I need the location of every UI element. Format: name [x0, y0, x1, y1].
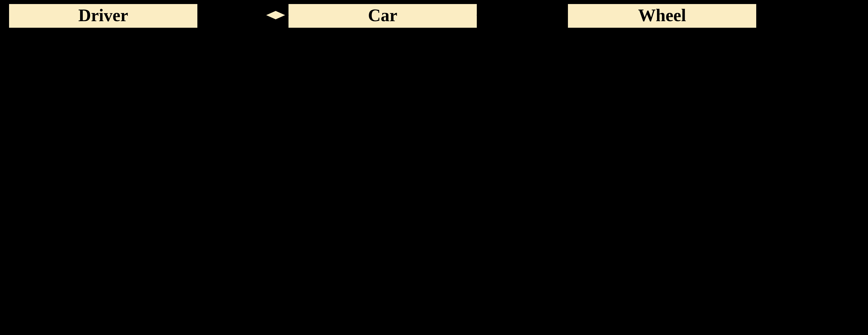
multiplicity-driver-side: 1: [202, 18, 209, 34]
class-header-driver: Driver: [9, 4, 197, 29]
multiplicity-wheel-side: 4: [556, 18, 563, 34]
class-header-car: Car: [288, 4, 477, 29]
class-box-car: Car: [287, 2, 478, 144]
multiplicity-car-right-side: 1: [481, 18, 488, 34]
class-box-wheel: Wheel: [566, 2, 758, 144]
class-body-car: [288, 29, 477, 144]
class-box-driver: Driver: [7, 2, 199, 144]
class-body-wheel: [568, 29, 756, 144]
class-body-driver: [9, 29, 197, 144]
multiplicity-car-left-side: 1: [277, 18, 284, 34]
connector-driver-car: [199, 7, 287, 23]
uml-diagram-stage: Driver Car Wheel 1 1 1 4: [0, 0, 868, 335]
connector-car-wheel: [478, 7, 566, 23]
class-header-wheel: Wheel: [568, 4, 756, 29]
